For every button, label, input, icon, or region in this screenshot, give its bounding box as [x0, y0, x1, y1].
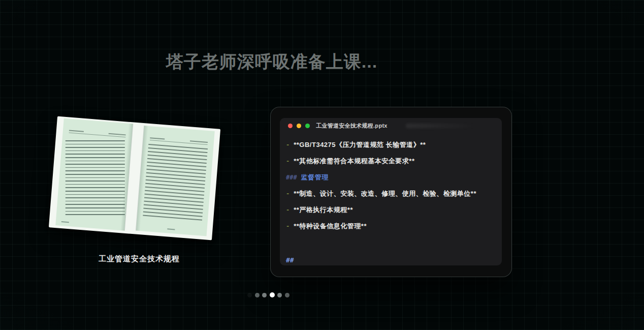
- markdown-text: **GB/T34275《压力管道规范 长输管道》**: [294, 140, 426, 149]
- page-number-mark: [61, 221, 69, 223]
- markdown-text: **特种设备信息化管理**: [294, 222, 367, 231]
- markdown-bullet: -**特种设备信息化管理**: [286, 218, 495, 234]
- carousel-dots: [247, 292, 289, 297]
- carousel-dot-4[interactable]: [270, 292, 275, 297]
- slideshow-stage: 塔子老师深呼吸准备上课... 工业管道安全技术规程 工业管道安全技术规程.ppt…: [0, 0, 644, 330]
- page-header-rule: [69, 133, 125, 138]
- window-titlebar: 工业管道安全技术规程.pptx: [280, 118, 502, 133]
- markdown-text: **其他标准需符合本规程基本安全要求**: [294, 157, 414, 166]
- typing-cursor-text: ##: [286, 256, 294, 264]
- carousel-dot-1[interactable]: [247, 293, 252, 297]
- markdown-text: **制造、设计、安装、改造、修理、使用、检验、检测单位**: [294, 189, 476, 198]
- markdown-marker: -: [286, 158, 289, 165]
- carousel-dot-3[interactable]: [262, 293, 267, 297]
- book-caption: 工业管道安全技术规程: [58, 254, 220, 264]
- document-window: 工业管道安全技术规程.pptx -**GB/T34275《压力管道规范 长输管道…: [280, 118, 502, 265]
- markdown-marker: -: [286, 190, 289, 197]
- carousel-dot-6[interactable]: [285, 293, 289, 297]
- carousel-dot-2[interactable]: [255, 293, 260, 297]
- markdown-marker: -: [286, 223, 289, 230]
- markdown-marker: -: [286, 206, 289, 214]
- markdown-marker: ###: [286, 174, 297, 181]
- tablet-device-frame: 工业管道安全技术规程.pptx -**GB/T34275《压力管道规范 长输管道…: [270, 107, 512, 277]
- markdown-marker: -: [286, 141, 289, 148]
- minimize-button[interactable]: [297, 124, 301, 128]
- page-title: 塔子老师深呼吸准备上课...: [0, 50, 543, 74]
- window-title: 工业管道安全技术规程.pptx: [316, 122, 388, 130]
- markdown-text: 监督管理: [301, 173, 329, 182]
- page-text-lines: [66, 140, 125, 216]
- book-page-right: [136, 126, 215, 236]
- markdown-heading: ###监督管理: [286, 169, 495, 186]
- markdown-bullet: -**制造、设计、安装、改造、修理、使用、检验、检测单位**: [286, 186, 495, 202]
- motion-blur-artifact: [406, 124, 477, 128]
- page-number-mark: [167, 228, 175, 230]
- markdown-bullet: -**严格执行本规程**: [286, 202, 495, 218]
- book-page-left: [55, 118, 133, 231]
- markdown-bullet: -**其他标准需符合本规程基本安全要求**: [286, 153, 495, 169]
- open-book-image: [49, 116, 220, 241]
- markdown-text: **严格执行本规程**: [294, 205, 353, 215]
- markdown-content: -**GB/T34275《压力管道规范 长输管道》**-**其他标准需符合本规程…: [280, 133, 502, 234]
- page-header-rule: [149, 140, 207, 145]
- close-button[interactable]: [288, 124, 293, 128]
- markdown-bullet: -**GB/T34275《压力管道规范 长输管道》**: [286, 137, 495, 153]
- carousel-dot-5[interactable]: [277, 293, 282, 297]
- maximize-button[interactable]: [305, 124, 310, 128]
- page-text-lines: [143, 144, 208, 221]
